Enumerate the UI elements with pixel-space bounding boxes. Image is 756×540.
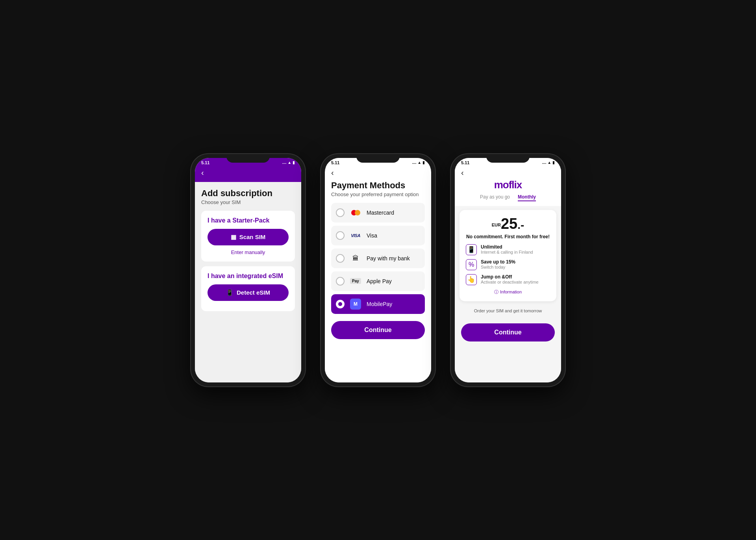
payment-title: Payment Methods [331, 180, 425, 191]
phone-2: 5.11 .... ▲ ▮ ‹ Payment Methods Choose y… [321, 154, 435, 386]
status-time-2: 5.11 [331, 160, 339, 165]
detect-esim-icon: 📱 [226, 289, 233, 296]
toggle-monthly[interactable]: Monthly [518, 194, 536, 201]
applepay-label: Apple Pay [367, 278, 392, 284]
payment-option-mastercard[interactable]: Mastercard [331, 203, 425, 223]
payment-subtitle: Choose your preferred payment option [331, 191, 425, 197]
feature-sub-unlimited: Internet & calling in Finland [481, 250, 533, 254]
feature-title-save: Save up to 15% [481, 259, 515, 265]
plan-tagline: No commitment. First month for free! [466, 234, 550, 239]
notch-1 [226, 154, 270, 163]
status-icons-1: .... ▲ ▮ [282, 160, 295, 165]
feature-text-jump: Jump on &Off Activate or deactivate anyt… [481, 274, 539, 284]
phone-3-inner: 5.11 .... ▲ ▮ ‹ moflix Pay as you go Mon… [455, 158, 561, 382]
status-icons-3: .... ▲ ▮ [542, 160, 555, 165]
price-currency: EUR [492, 222, 501, 227]
detect-esim-button[interactable]: 📱 Detect eSIM [208, 284, 289, 301]
starter-pack-title: I have a Starter-Pack [208, 217, 289, 224]
payment-option-bank[interactable]: 🏛 Pay with my bank [331, 249, 425, 268]
bank-label: Pay with my bank [367, 255, 410, 262]
status-time-3: 5.11 [461, 160, 469, 165]
payment-option-visa[interactable]: VISA Visa [331, 226, 425, 245]
radio-mobilepay [336, 300, 345, 308]
back-button-1[interactable]: ‹ [201, 168, 204, 177]
plan-price: EUR25.- [466, 216, 550, 232]
continue-button-2[interactable]: Continue [331, 321, 425, 339]
radio-applepay [336, 277, 345, 286]
phone3-footer: Continue [455, 316, 561, 348]
phone-1-inner: 5.11 .... ▲ ▮ ‹ Add subscription Choose … [195, 158, 301, 382]
moflix-logo: moflix [461, 179, 555, 191]
toggle-payasyougo[interactable]: Pay as you go [480, 194, 510, 201]
price-number: 25 [501, 215, 517, 232]
bank-icon: 🏛 [349, 254, 362, 263]
payment-option-mobilepay[interactable]: M MobilePay [331, 294, 425, 314]
payment-option-applepay[interactable]: Pay Apple Pay [331, 271, 425, 291]
phone1-content: Add subscription Choose your SIM I have … [195, 182, 301, 382]
mobilepay-icon: M [349, 300, 362, 308]
visa-icon: VISA [349, 231, 362, 240]
radio-visa [336, 231, 345, 240]
plan-info[interactable]: ⓘ Information [466, 289, 550, 295]
mastercard-icon [349, 208, 362, 217]
starter-pack-card: I have a Starter-Pack ▦ Scan SIM Enter m… [201, 211, 295, 262]
detect-esim-label: Detect eSIM [237, 289, 270, 296]
back-button-3[interactable]: ‹ [461, 168, 464, 177]
feature-icon-save: % [466, 259, 477, 270]
esim-card: I have an integrated eSIM 📱 Detect eSIM [201, 266, 295, 311]
phone-3: 5.11 .... ▲ ▮ ‹ moflix Pay as you go Mon… [451, 154, 565, 386]
applepay-icon: Pay [349, 277, 362, 286]
status-time-1: 5.11 [201, 160, 209, 165]
scan-sim-button[interactable]: ▦ Scan SIM [208, 229, 289, 245]
phone2-content: Payment Methods Choose your preferred pa… [325, 177, 431, 382]
info-icon: ⓘ [494, 289, 498, 295]
radio-bank [336, 254, 345, 263]
price-suffix: .- [517, 219, 524, 231]
plan-card: EUR25.- No commitment. First month for f… [460, 210, 556, 301]
header-bar-1: ‹ [195, 167, 301, 182]
back-area-2: ‹ [325, 167, 431, 177]
phone3-content: ‹ moflix Pay as you go Monthly EUR25.- N… [455, 167, 561, 382]
feature-title-unlimited: Unlimited [481, 244, 533, 250]
moflix-header: ‹ moflix Pay as you go Monthly [455, 167, 561, 206]
notch-2 [356, 154, 400, 163]
feature-icon-unlimited: 📱 [466, 244, 477, 255]
phone-2-inner: 5.11 .... ▲ ▮ ‹ Payment Methods Choose y… [325, 158, 431, 382]
back-button-2[interactable]: ‹ [331, 168, 334, 177]
feature-title-jump: Jump on &Off [481, 274, 539, 280]
page-title-1: Add subscription [201, 188, 295, 199]
radio-mastercard [336, 208, 345, 217]
payment-header: Payment Methods Choose your preferred pa… [331, 177, 425, 203]
feature-jump: 👆 Jump on &Off Activate or deactivate an… [466, 274, 550, 285]
order-text: Order your SIM and get it tomorrow [455, 305, 561, 316]
notch-3 [486, 154, 530, 163]
feature-sub-save: Switch today [481, 265, 515, 269]
feature-text-save: Save up to 15% Switch today [481, 259, 515, 269]
status-icons-2: .... ▲ ▮ [412, 160, 425, 165]
feature-icon-jump: 👆 [466, 274, 477, 285]
feature-unlimited: 📱 Unlimited Internet & calling in Finlan… [466, 244, 550, 255]
esim-title: I have an integrated eSIM [208, 273, 289, 280]
scan-sim-icon: ▦ [231, 234, 236, 241]
phone-1: 5.11 .... ▲ ▮ ‹ Add subscription Choose … [191, 154, 305, 386]
feature-save: % Save up to 15% Switch today [466, 259, 550, 270]
scan-sim-label: Scan SIM [239, 234, 266, 240]
plan-toggle: Pay as you go Monthly [461, 194, 555, 201]
continue-button-3[interactable]: Continue [461, 323, 555, 341]
mastercard-label: Mastercard [367, 210, 394, 216]
visa-label: Visa [367, 232, 377, 239]
mobilepay-label: MobilePay [367, 301, 392, 307]
info-label: Information [500, 289, 522, 294]
page-subtitle-1: Choose your SIM [201, 199, 295, 205]
enter-manually-link[interactable]: Enter manually [208, 249, 289, 255]
feature-sub-jump: Activate or deactivate anytime [481, 280, 539, 284]
feature-text-unlimited: Unlimited Internet & calling in Finland [481, 244, 533, 254]
phones-container: 5.11 .... ▲ ▮ ‹ Add subscription Choose … [191, 154, 565, 386]
